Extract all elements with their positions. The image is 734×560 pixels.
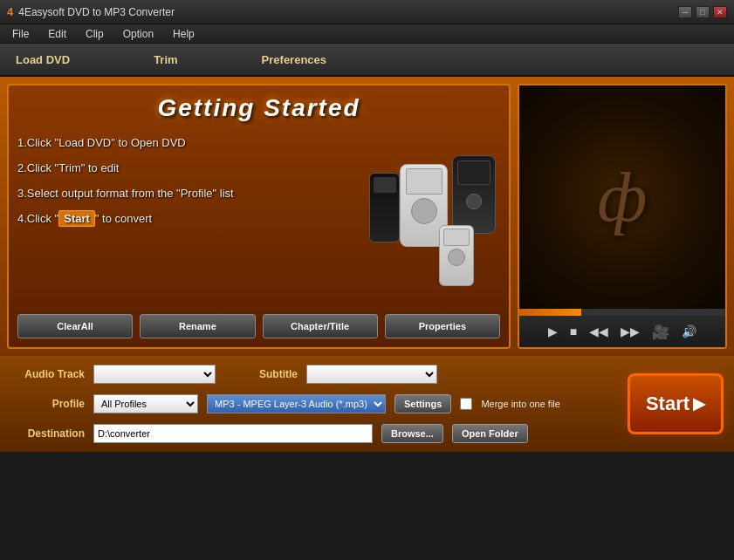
close-button[interactable]: ✕ (713, 6, 727, 18)
profile-format-select[interactable]: MP3 - MPEG Layer-3 Audio (*.mp3) (207, 394, 386, 413)
audio-subtitle-row: Audio Track Subtitle (10, 363, 724, 386)
merge-label: Merge into one file (481, 399, 560, 409)
audio-track-select[interactable] (93, 365, 216, 384)
start-button[interactable]: Start ▶ (628, 373, 724, 434)
browse-button[interactable]: Browse... (381, 424, 443, 443)
getting-started-title: Getting Started (17, 94, 500, 122)
menu-bar: File Edit Clip Option Help (0, 24, 734, 44)
step4-post: " to convert (95, 212, 152, 225)
audio-track-label: Audio Track (10, 368, 85, 380)
device-iphone (452, 155, 496, 234)
main-content: Getting Started 1.Click "Load DVD" to Op… (0, 77, 734, 356)
subtitle-select[interactable] (306, 365, 437, 384)
device-ipod-nano (369, 173, 400, 242)
fast-forward-button[interactable]: ▶▶ (619, 323, 641, 340)
destination-input[interactable] (93, 424, 373, 443)
menu-help[interactable]: Help (164, 26, 203, 42)
subtitle-label: Subtitle (259, 368, 298, 380)
preview-logo: ф (598, 158, 648, 237)
load-dvd-button[interactable]: Load DVD (9, 50, 77, 70)
title-bar-left: 4 4Easysoft DVD to MP3 Converter (7, 5, 175, 18)
toolbar: Load DVD Trim Preferences (0, 44, 734, 77)
step1-text: 1.Click "Load DVD" to Open DVD (17, 136, 500, 149)
minimize-button[interactable]: ─ (678, 6, 692, 18)
seek-bar[interactable] (519, 309, 725, 316)
trim-button[interactable]: Trim (147, 50, 184, 70)
volume-button[interactable]: 🔊 (680, 323, 698, 340)
start-label: Start (646, 393, 689, 415)
app-title: 4Easysoft DVD to MP3 Converter (18, 6, 175, 18)
chapter-title-button[interactable]: Chapter/Title (263, 314, 378, 338)
open-folder-button[interactable]: Open Folder (452, 424, 528, 443)
panel-buttons: ClearAll Rename Chapter/Title Properties (17, 314, 500, 338)
screenshot-button[interactable]: 🎥 (650, 322, 671, 342)
bottom-wrapper: Audio Track Subtitle Profile All Profile… (0, 356, 734, 452)
video-preview: ф (519, 85, 725, 309)
destination-row: Destination Browse... Open Folder (10, 422, 724, 445)
menu-file[interactable]: File (3, 26, 38, 42)
rename-button[interactable]: Rename (140, 314, 255, 338)
rewind-button[interactable]: ◀◀ (587, 323, 610, 340)
start-arrow-icon: ▶ (693, 394, 705, 413)
devices-image (360, 155, 500, 312)
device-ipod-mini (439, 225, 474, 286)
profile-label: Profile (10, 398, 85, 410)
play-button[interactable]: ▶ (546, 323, 559, 340)
menu-clip[interactable]: Clip (77, 26, 113, 42)
video-controls: ▶ ■ ◀◀ ▶▶ 🎥 🔊 (519, 316, 725, 347)
menu-option[interactable]: Option (114, 26, 162, 42)
step4-pre: 4.Click " (17, 212, 58, 225)
settings-button[interactable]: Settings (394, 394, 451, 413)
destination-label: Destination (10, 427, 85, 440)
profile-row: Profile All Profiles MP3 - MPEG Layer-3 … (10, 393, 724, 415)
seek-fill (519, 309, 581, 316)
restore-button[interactable]: □ (696, 6, 710, 18)
merge-checkbox[interactable] (460, 398, 472, 410)
preferences-button[interactable]: Preferences (255, 50, 333, 70)
title-bar: 4 4Easysoft DVD to MP3 Converter ─ □ ✕ (0, 0, 734, 24)
app-icon: 4 (7, 5, 13, 18)
menu-edit[interactable]: Edit (39, 26, 75, 42)
title-bar-controls: ─ □ ✕ (678, 6, 727, 18)
left-panel: Getting Started 1.Click "Load DVD" to Op… (7, 84, 511, 349)
profile-category-select[interactable]: All Profiles (93, 394, 198, 413)
properties-button[interactable]: Properties (385, 314, 500, 338)
bottom-area: Audio Track Subtitle Profile All Profile… (0, 356, 734, 452)
clear-all-button[interactable]: ClearAll (17, 314, 133, 338)
stop-button[interactable]: ■ (568, 323, 579, 340)
step4-btn: Start (58, 210, 95, 227)
right-panel: ф ▶ ■ ◀◀ ▶▶ 🎥 🔊 (518, 84, 727, 349)
